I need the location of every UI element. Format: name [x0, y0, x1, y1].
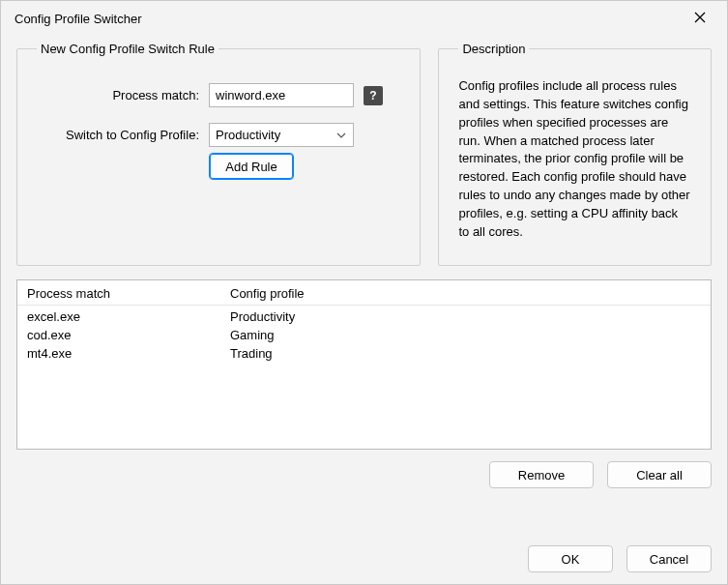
- switch-profile-label: Switch to Config Profile:: [35, 128, 199, 142]
- close-icon: [694, 12, 706, 26]
- description-legend: Description: [458, 42, 529, 56]
- cell-config-profile: Trading: [230, 346, 701, 361]
- table-row[interactable]: mt4.exe Trading: [27, 344, 701, 363]
- window-title: Config Profile Switcher: [15, 12, 142, 26]
- close-button[interactable]: [684, 3, 715, 34]
- dialog-window: Config Profile Switcher New Config Profi…: [0, 0, 728, 585]
- rules-list-header: Process match Config profile: [17, 280, 711, 306]
- col-config-profile: Config profile: [230, 286, 701, 301]
- switch-profile-select[interactable]: Productivity: [209, 123, 354, 147]
- chevron-down-icon: [335, 130, 347, 141]
- rule-form: Process match: ? Switch to Config Profil…: [35, 83, 402, 147]
- cell-config-profile: Gaming: [230, 328, 701, 342]
- help-icon[interactable]: ?: [364, 86, 383, 105]
- cell-process-match: excel.exe: [27, 309, 230, 324]
- dialog-content: New Config Profile Switch Rule Process m…: [1, 36, 727, 584]
- switch-profile-value: Productivity: [216, 128, 280, 142]
- remove-label: Remove: [518, 468, 565, 483]
- cell-process-match: mt4.exe: [27, 346, 230, 361]
- cancel-label: Cancel: [650, 552, 688, 567]
- top-row: New Config Profile Switch Rule Process m…: [16, 42, 712, 266]
- cancel-button[interactable]: Cancel: [626, 545, 712, 572]
- new-rule-legend: New Config Profile Switch Rule: [37, 42, 218, 56]
- new-rule-group: New Config Profile Switch Rule Process m…: [16, 42, 421, 266]
- spacer: [35, 153, 209, 180]
- dialog-footer: OK Cancel: [16, 528, 712, 572]
- process-match-label: Process match:: [35, 88, 199, 102]
- process-match-input[interactable]: [209, 83, 354, 107]
- cell-process-match: cod.exe: [27, 328, 230, 342]
- list-buttons-row: Remove Clear all: [16, 461, 712, 488]
- rules-list-body: excel.exe Productivity cod.exe Gaming mt…: [17, 306, 711, 370]
- add-rule-button[interactable]: Add Rule: [209, 153, 294, 180]
- table-row[interactable]: cod.exe Gaming: [27, 326, 701, 344]
- titlebar: Config Profile Switcher: [1, 1, 727, 36]
- clear-all-button[interactable]: Clear all: [607, 461, 712, 488]
- cell-config-profile: Productivity: [230, 309, 701, 324]
- add-rule-label: Add Rule: [225, 160, 277, 174]
- description-group: Description Config profiles include all …: [438, 42, 712, 266]
- description-text: Config profiles include all process rule…: [456, 73, 693, 246]
- col-process-match: Process match: [27, 286, 230, 301]
- ok-label: OK: [562, 552, 580, 567]
- clear-all-label: Clear all: [636, 468, 683, 483]
- table-row[interactable]: excel.exe Productivity: [27, 307, 701, 326]
- remove-button[interactable]: Remove: [489, 461, 594, 488]
- ok-button[interactable]: OK: [528, 545, 613, 572]
- add-rule-row: Add Rule: [35, 153, 402, 180]
- rules-list[interactable]: Process match Config profile excel.exe P…: [16, 279, 712, 450]
